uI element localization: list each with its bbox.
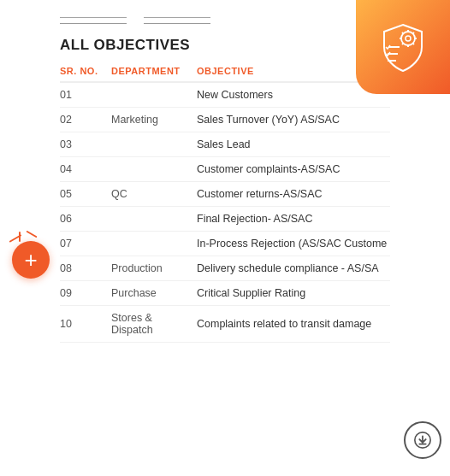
section-title: ALL OBJECTIVES <box>60 37 390 54</box>
cell-obj: Delivery schedule compliance - AS/SA <box>197 262 390 274</box>
cell-sr: 10 <box>60 318 111 330</box>
cell-obj: Sales Lead <box>197 138 390 150</box>
cell-sr: 05 <box>60 188 111 200</box>
cell-obj: Customer complaints-AS/SAC <box>197 163 390 175</box>
download-button[interactable] <box>404 421 441 459</box>
nav-link-2[interactable]: —————— <box>144 10 210 23</box>
table-row: 09 Purchase Critical Supplier Rating <box>60 281 390 306</box>
cell-sr: 07 <box>60 238 111 250</box>
add-button[interactable]: + <box>12 241 50 279</box>
table-header: SR. NO. DEPARTMENT OBJECTIVE <box>60 66 390 83</box>
shield-gear-icon <box>376 20 430 74</box>
cell-obj: Customer returns-AS/SAC <box>197 188 390 200</box>
table-row: 07 In-Process Rejection (AS/SAC Custome <box>60 232 390 256</box>
svg-point-1 <box>406 36 411 41</box>
table-row: 03 Sales Lead <box>60 132 390 157</box>
cell-dept: Stores & Dispatch <box>111 312 197 336</box>
hero-icon <box>356 0 450 94</box>
table-row: 06 Final Rejection- AS/SAC <box>60 207 390 232</box>
cell-sr: 02 <box>60 114 111 126</box>
header-dept: DEPARTMENT <box>111 66 197 76</box>
table-row: 10 Stores & Dispatch Complaints related … <box>60 306 390 343</box>
table-row: 01 New Customers <box>60 83 390 108</box>
cell-sr: 09 <box>60 287 111 299</box>
download-icon <box>413 431 432 450</box>
cell-dept: Purchase <box>111 287 197 299</box>
svg-line-6 <box>402 32 403 33</box>
cell-dept: Marketing <box>111 114 197 126</box>
add-button-wrapper: + <box>7 229 58 280</box>
cell-sr: 08 <box>60 262 111 274</box>
cell-dept: Production <box>111 262 197 274</box>
table-body: 01 New Customers 02 Marketing Sales Turn… <box>60 83 390 343</box>
svg-line-9 <box>402 44 403 44</box>
cell-dept: QC <box>111 188 197 200</box>
svg-line-8 <box>413 32 414 33</box>
cell-obj: Sales Turnover (YoY) AS/SAC <box>197 114 390 126</box>
cell-obj: Critical Supplier Rating <box>197 287 390 299</box>
cell-sr: 03 <box>60 138 111 150</box>
header-sr: SR. NO. <box>60 66 111 76</box>
add-icon: + <box>24 249 37 271</box>
cell-sr: 01 <box>60 89 111 101</box>
cell-sr: 06 <box>60 213 111 225</box>
table-row: 02 Marketing Sales Turnover (YoY) AS/SAC <box>60 108 390 132</box>
table-row: 04 Customer complaints-AS/SAC <box>60 157 390 182</box>
objectives-table: SR. NO. DEPARTMENT OBJECTIVE 01 New Cust… <box>60 66 390 343</box>
cell-obj: In-Process Rejection (AS/SAC Custome <box>197 238 390 250</box>
cell-sr: 04 <box>60 163 111 175</box>
cell-obj: Final Rejection- AS/SAC <box>197 213 390 225</box>
svg-line-7 <box>413 44 414 44</box>
cell-obj: New Customers <box>197 89 390 101</box>
table-row: 08 Production Delivery schedule complian… <box>60 256 390 281</box>
nav-link-1[interactable]: —————— <box>60 10 127 23</box>
table-row: 05 QC Customer returns-AS/SAC <box>60 182 390 207</box>
cell-obj: Complaints related to transit damage <box>197 318 390 330</box>
